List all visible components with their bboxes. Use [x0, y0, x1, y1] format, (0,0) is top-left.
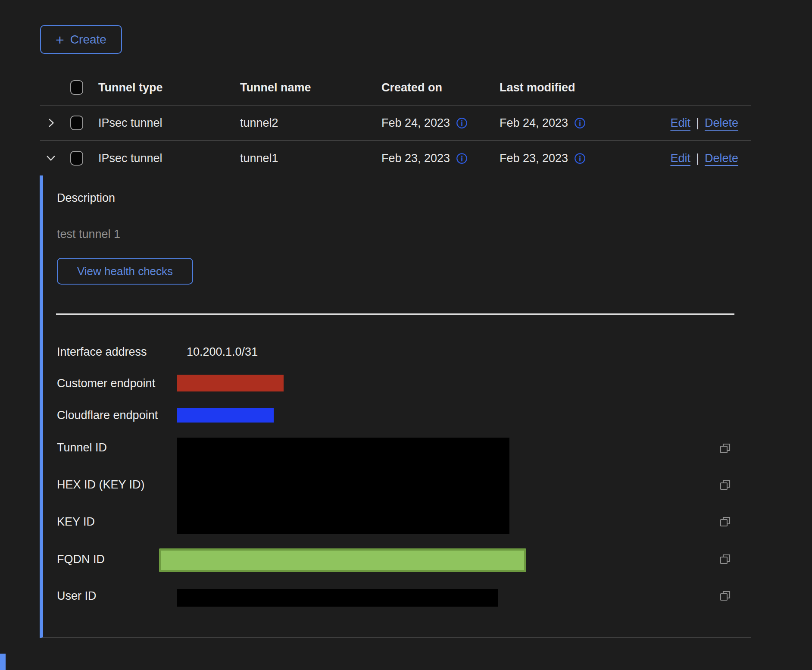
info-icon[interactable] — [574, 153, 586, 164]
tunnel-type-cell: IPsec tunnel — [98, 116, 240, 130]
create-button-label: Create — [70, 33, 106, 47]
user-id-label: User ID — [57, 589, 97, 603]
tunnel-id-label: Tunnel ID — [57, 441, 107, 454]
copy-tunnel-id-icon[interactable] — [719, 442, 732, 455]
info-icon[interactable] — [456, 117, 468, 129]
copy-fqdn-id-icon[interactable] — [719, 553, 732, 566]
select-all-checkbox[interactable] — [70, 80, 83, 95]
info-icon[interactable] — [574, 117, 586, 129]
table-row-tunnel1: IPsec tunnel tunnel1 Feb 23, 2023 Feb 23… — [40, 141, 751, 175]
edit-link[interactable]: Edit — [670, 152, 690, 165]
header-created-on: Created on — [381, 81, 500, 94]
header-tunnel-name: Tunnel name — [240, 81, 381, 94]
info-icon[interactable] — [456, 153, 468, 164]
action-separator: | — [696, 152, 699, 165]
tunnel-name-cell: tunnel2 — [240, 116, 381, 130]
copy-hex-id-icon[interactable] — [719, 479, 732, 492]
section-divider — [56, 313, 734, 315]
chevron-right-icon[interactable] — [45, 117, 56, 128]
row-checkbox[interactable] — [70, 116, 83, 130]
tunnel-type-cell: IPsec tunnel — [98, 152, 240, 165]
customer-endpoint-label: Customer endpoint — [57, 376, 155, 390]
description-value: test tunnel 1 — [57, 227, 120, 241]
header-last-modified: Last modified — [500, 81, 629, 94]
user-id-redacted-value — [177, 589, 498, 607]
delete-link[interactable]: Delete — [705, 152, 738, 165]
copy-user-id-icon[interactable] — [719, 590, 732, 603]
key-id-label: KEY ID — [57, 515, 95, 529]
interface-address-label: Interface address — [57, 345, 147, 359]
edit-link[interactable]: Edit — [670, 116, 690, 130]
action-separator: | — [696, 116, 699, 130]
last-modified-value: Feb 23, 2023 — [500, 152, 568, 165]
hex-id-label: HEX ID (KEY ID) — [57, 478, 145, 492]
tunnels-table: Tunnel type Tunnel name Created on Last … — [40, 70, 751, 175]
interface-address-value: 10.200.1.0/31 — [187, 345, 258, 359]
ids-redacted-value-block — [177, 438, 509, 534]
customer-endpoint-redacted-value — [177, 375, 284, 391]
copy-key-id-icon[interactable] — [719, 516, 732, 529]
view-health-checks-button[interactable]: View health checks — [57, 258, 193, 285]
fqdn-id-label: FQDN ID — [57, 552, 105, 566]
cloudflare-endpoint-redacted-value — [177, 408, 274, 423]
create-button[interactable]: + Create — [40, 25, 122, 54]
cloudflare-endpoint-label: Cloudflare endpoint — [57, 408, 158, 422]
last-modified-value: Feb 24, 2023 — [500, 116, 568, 130]
fqdn-id-redacted-value — [159, 548, 526, 572]
bottom-left-accent — [0, 654, 6, 670]
table-row-tunnel2: IPsec tunnel tunnel2 Feb 24, 2023 Feb 24… — [40, 106, 751, 141]
delete-link[interactable]: Delete — [705, 116, 738, 130]
description-label: Description — [57, 191, 115, 205]
created-on-value: Feb 24, 2023 — [381, 116, 450, 130]
tunnel-details-panel: Description test tunnel 1 View health ch… — [40, 175, 751, 638]
header-tunnel-type: Tunnel type — [98, 81, 240, 94]
plus-icon: + — [56, 32, 64, 47]
tunnel-name-cell: tunnel1 — [240, 152, 381, 165]
table-header-row: Tunnel type Tunnel name Created on Last … — [40, 70, 751, 106]
row-checkbox[interactable] — [70, 151, 83, 166]
chevron-down-icon[interactable] — [45, 153, 56, 164]
created-on-value: Feb 23, 2023 — [381, 152, 450, 165]
